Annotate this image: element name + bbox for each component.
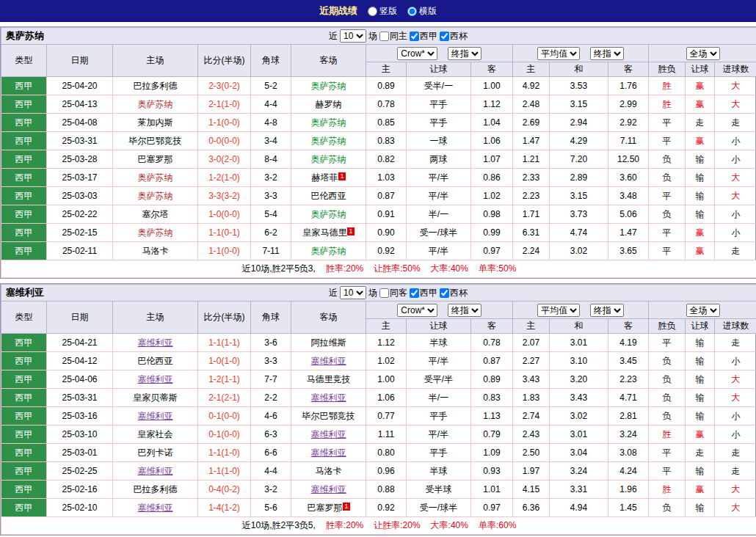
score-cell: 1-0(0-0) bbox=[198, 205, 251, 224]
away-team-link[interactable]: 奥萨苏纳 bbox=[311, 246, 346, 256]
recent-label: 近 bbox=[329, 287, 338, 299]
same-venue-filter[interactable]: 同客 bbox=[379, 287, 407, 299]
full-match-select[interactable]: 全场 bbox=[686, 47, 720, 60]
home-team-link[interactable]: 巴拉多利德 bbox=[134, 484, 178, 494]
away-team-cell: 皇家马德里1 bbox=[291, 224, 366, 242]
handicap-result-cell: 输 bbox=[686, 389, 715, 407]
home-team-link[interactable]: 巴伦西亚 bbox=[138, 356, 173, 366]
home-team-link[interactable]: 奥萨苏纳 bbox=[138, 227, 173, 238]
final-odds-select[interactable]: 终指 bbox=[448, 304, 481, 317]
home-team-link[interactable]: 皇家贝蒂斯 bbox=[134, 392, 178, 403]
away-team-link[interactable]: 皇家马德里 bbox=[302, 227, 346, 238]
final-odds-select-2[interactable]: 终指 bbox=[590, 304, 624, 317]
layout-option-vertical[interactable]: 竖版 bbox=[368, 5, 397, 18]
away-team-link[interactable]: 阿拉维斯 bbox=[311, 337, 346, 348]
home-team-link[interactable]: 巴拉多利德 bbox=[134, 81, 178, 91]
layout-option-horizontal[interactable]: 横版 bbox=[407, 5, 437, 18]
home-team-link[interactable]: 巴塞罗那 bbox=[138, 154, 173, 164]
home-team-link[interactable]: 塞维利亚 bbox=[138, 374, 173, 384]
away-team-link[interactable]: 马洛卡 bbox=[316, 466, 342, 476]
home-team-link[interactable]: 奥萨苏纳 bbox=[138, 191, 173, 201]
home-team-link[interactable]: 马洛卡 bbox=[142, 246, 169, 256]
away-team-link[interactable]: 奥萨苏纳 bbox=[311, 136, 346, 146]
score-cell: 0-4(0-2) bbox=[198, 481, 251, 499]
home-team-link[interactable]: 莱加内斯 bbox=[138, 117, 173, 128]
match-date-cell: 25-04-21 bbox=[47, 334, 113, 352]
away-team-link[interactable]: 毕尔巴鄂竞技 bbox=[302, 411, 355, 421]
match-row: 西甲25-04-13奥萨苏纳2-1(1-0)4-4赫罗纳0.78平手1.122.… bbox=[1, 95, 756, 114]
away-team-cell: 奥萨苏纳 bbox=[291, 242, 366, 260]
away-team-link[interactable]: 奥萨苏纳 bbox=[311, 117, 346, 128]
away-team-link[interactable]: 奥萨苏纳 bbox=[311, 154, 346, 164]
cup-checkbox[interactable] bbox=[440, 288, 449, 298]
handicap-result-cell: 赢 bbox=[686, 95, 715, 114]
home-team-cell: 巴塞罗那 bbox=[113, 150, 198, 169]
same-venue-checkbox[interactable] bbox=[379, 288, 389, 298]
home-team-link[interactable]: 塞维利亚 bbox=[138, 466, 173, 476]
final-odds-select[interactable]: 终指 bbox=[448, 47, 481, 60]
recent-count-select[interactable]: 10 bbox=[340, 29, 366, 43]
bookmaker-select[interactable]: Crow* bbox=[397, 304, 437, 317]
score-cell: 2-1(1-0) bbox=[198, 95, 251, 114]
handicap-cell: 平/半 bbox=[407, 242, 471, 260]
away-odds-cell: 0.89 bbox=[471, 370, 513, 389]
home-team-link[interactable]: 塞维利亚 bbox=[138, 337, 173, 348]
league-type-cell: 西甲 bbox=[1, 150, 47, 169]
league-checkbox[interactable] bbox=[410, 288, 419, 298]
league-type-cell: 西甲 bbox=[1, 481, 47, 499]
vertical-layout-radio[interactable] bbox=[368, 7, 377, 16]
away-team-link[interactable]: 塞维利亚 bbox=[311, 484, 346, 494]
away-team-link[interactable]: 赫塔菲 bbox=[311, 172, 338, 183]
home-team-link[interactable]: 塞尔塔 bbox=[142, 209, 169, 219]
result-cell: 平 bbox=[649, 444, 686, 462]
away-team-link[interactable]: 奥萨苏纳 bbox=[311, 81, 346, 91]
home-team-link[interactable]: 塞维利亚 bbox=[138, 503, 173, 513]
league-type-cell: 西甲 bbox=[1, 499, 47, 517]
corner-score-cell: 4-4 bbox=[251, 462, 291, 481]
away-team-link[interactable]: 马德里竞技 bbox=[307, 374, 351, 384]
home-team-link[interactable]: 塞维利亚 bbox=[138, 411, 173, 421]
home-team-link[interactable]: 皇家社会 bbox=[138, 429, 173, 439]
average-select[interactable]: 平均值 bbox=[537, 47, 580, 60]
home-team-link[interactable]: 奥萨苏纳 bbox=[138, 99, 173, 109]
away-team-link[interactable]: 奥萨苏纳 bbox=[311, 209, 346, 219]
cup-filter[interactable]: 西杯 bbox=[440, 30, 468, 43]
same-venue-checkbox[interactable] bbox=[379, 32, 389, 41]
goals-result-cell: 小 bbox=[715, 205, 756, 224]
away-team-link[interactable]: 塞维利亚 bbox=[311, 392, 346, 403]
away-odds-cell: 0.99 bbox=[471, 224, 513, 242]
bookmaker-select[interactable]: Crow* bbox=[397, 47, 437, 60]
league-filter[interactable]: 西甲 bbox=[410, 30, 437, 43]
avg-draw-cell: 3.20 bbox=[550, 370, 608, 389]
summary-stat: 胜率:20% bbox=[326, 520, 363, 530]
recent-count-select[interactable]: 10 bbox=[340, 286, 366, 299]
average-select[interactable]: 平均值 bbox=[537, 304, 580, 317]
away-team-link[interactable]: 赫罗纳 bbox=[316, 99, 342, 109]
score-cell: 1-1(1-0) bbox=[198, 462, 251, 481]
away-team-link[interactable]: 塞维利亚 bbox=[311, 448, 346, 458]
cup-checkbox[interactable] bbox=[440, 32, 449, 41]
col-date: 日期 bbox=[47, 302, 113, 334]
league-filter[interactable]: 西甲 bbox=[410, 287, 437, 299]
home-team-link[interactable]: 奥萨苏纳 bbox=[138, 172, 173, 183]
corner-score-cell: 4-4 bbox=[251, 95, 291, 114]
away-team-link[interactable]: 巴塞罗那 bbox=[307, 503, 342, 513]
avg-draw-cell: 2.94 bbox=[550, 114, 608, 132]
horizontal-layout-radio[interactable] bbox=[407, 7, 417, 16]
league-checkbox[interactable] bbox=[410, 32, 419, 41]
away-team-link[interactable]: 巴伦西亚 bbox=[311, 191, 346, 201]
away-team-link[interactable]: 塞维利亚 bbox=[311, 429, 346, 439]
match-date-cell: 25-02-11 bbox=[47, 242, 113, 260]
home-team-link[interactable]: 巴列卡诺 bbox=[138, 448, 173, 458]
cup-filter[interactable]: 西杯 bbox=[440, 287, 468, 299]
avg-away-cell: 3.65 bbox=[608, 242, 649, 260]
final-odds-select-2[interactable]: 终指 bbox=[590, 47, 624, 60]
home-team-link[interactable]: 毕尔巴鄂竞技 bbox=[129, 136, 182, 146]
same-venue-filter[interactable]: 同主 bbox=[379, 30, 407, 43]
full-match-select[interactable]: 全场 bbox=[686, 304, 720, 317]
away-team-link[interactable]: 塞维利亚 bbox=[311, 356, 346, 366]
col-away: 客场 bbox=[291, 302, 366, 334]
goals-result-cell: 小 bbox=[715, 150, 756, 169]
avg-home-cell: 1.21 bbox=[513, 150, 550, 169]
score-cell: 2-3(0-2) bbox=[198, 77, 251, 95]
